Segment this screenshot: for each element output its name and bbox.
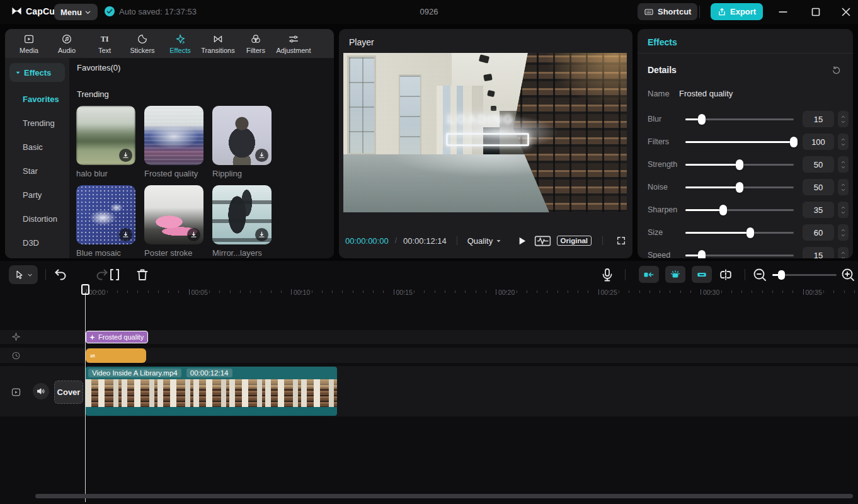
undo-button[interactable] (53, 267, 68, 282)
effects-sidebar: Effects FavoritesTrendingBasicStarPartyD… (5, 58, 69, 258)
auto-link-toggle[interactable] (692, 266, 712, 283)
tab-adjustment[interactable]: Adjustment (275, 29, 312, 58)
redo-button[interactable] (79, 267, 94, 282)
effect-thumbnail[interactable] (76, 185, 135, 244)
tab-stickers[interactable]: Stickers (123, 29, 161, 58)
tab-effects[interactable]: Effects (161, 29, 199, 58)
sidebar-root-effects[interactable]: Effects (9, 63, 65, 82)
effect-name: Blue mosaic (76, 248, 135, 258)
slider-handle[interactable] (736, 182, 743, 193)
select-tool-button[interactable] (9, 265, 38, 284)
main-track-magnet-toggle[interactable] (665, 266, 685, 283)
filters-stepper[interactable] (838, 134, 849, 150)
speed-value-input[interactable]: 15 (803, 247, 834, 258)
play-button[interactable] (517, 236, 527, 246)
tab-filters[interactable]: Filters (237, 29, 275, 58)
slider-handle[interactable] (736, 159, 743, 170)
slider-handle[interactable] (746, 227, 754, 238)
render-quality-icon[interactable] (534, 235, 551, 247)
quality-dropdown[interactable]: Quality (467, 236, 501, 246)
zoom-in-button[interactable] (840, 267, 855, 282)
blur-slider[interactable] (685, 118, 794, 120)
sidebar-item-distortion[interactable]: Distortion (5, 207, 69, 231)
slider-handle[interactable] (698, 114, 706, 125)
strength-value-input[interactable]: 50 (803, 156, 834, 173)
toolbar-divider (625, 269, 626, 280)
slider-handle[interactable] (698, 250, 706, 259)
zoom-out-button[interactable] (752, 267, 767, 282)
sidebar-item-d3d[interactable]: D3D (5, 231, 69, 255)
sidebar-item-star[interactable]: Star (5, 159, 69, 183)
fullscreen-icon[interactable] (616, 236, 626, 246)
tab-text[interactable]: TIText (86, 29, 123, 58)
autosave-text: Auto saved: 17:37:53 (119, 7, 197, 16)
shortcut-button[interactable]: Shortcut (638, 3, 697, 20)
size-value-input[interactable]: 60 (803, 224, 834, 241)
stepper-down-icon (840, 120, 846, 124)
chevron-down-icon (496, 238, 501, 244)
slider-handle[interactable] (790, 137, 798, 147)
speed-slider[interactable] (685, 255, 794, 256)
tab-media[interactable]: Media (10, 29, 48, 58)
noise-value-input[interactable]: 50 (803, 179, 834, 195)
strength-stepper[interactable] (838, 156, 849, 173)
ruler-minor-tick (517, 290, 517, 293)
maximize-button[interactable] (809, 5, 823, 19)
export-button[interactable]: Export (711, 3, 763, 20)
split-button[interactable] (107, 267, 122, 282)
sidebar-item-basic[interactable]: Basic (5, 135, 69, 159)
timeline-ruler[interactable]: 00:0000:0500:1000:1500:2000:2500:3000:35 (0, 287, 858, 299)
blur-value-input[interactable]: 15 (803, 111, 834, 127)
reset-icon[interactable] (831, 65, 842, 76)
effect-clip-frosted-quality[interactable]: Frosted quality (86, 331, 148, 343)
sharpen-slider[interactable] (685, 209, 794, 211)
mute-track-button[interactable] (33, 383, 49, 399)
effect-thumbnail[interactable] (212, 106, 272, 165)
effect-thumbnail[interactable] (144, 185, 203, 244)
record-voiceover-button[interactable] (600, 267, 615, 282)
adjustment-clip[interactable] (86, 348, 146, 363)
ruler-minor-tick (609, 290, 609, 293)
zoom-slider-handle[interactable] (778, 270, 785, 280)
speed-stepper[interactable] (838, 247, 849, 258)
download-icon (255, 228, 268, 241)
size-stepper[interactable] (838, 224, 849, 241)
download-icon (187, 228, 200, 241)
playhead[interactable] (81, 284, 89, 498)
sharpen-stepper[interactable] (838, 202, 849, 218)
menu-button[interactable]: Menu (54, 4, 98, 20)
strength-slider[interactable] (685, 164, 794, 166)
sidebar-item-party[interactable]: Party (5, 183, 69, 207)
minimize-button[interactable] (776, 5, 790, 19)
video-preview[interactable]: LOADING (343, 53, 627, 212)
video-clip[interactable]: Video Inside A Library.mp4 00:00:12:14 (86, 367, 337, 416)
slider-row-noise: Noise50 (648, 179, 848, 195)
size-slider[interactable] (685, 232, 794, 234)
cover-button[interactable]: Cover (54, 381, 83, 404)
ruler-minor-tick (476, 290, 476, 293)
timeline-zoom-slider[interactable] (772, 274, 837, 276)
noise-slider[interactable] (685, 186, 794, 188)
delete-button[interactable] (135, 267, 150, 282)
blur-stepper[interactable] (838, 111, 849, 127)
effect-thumbnail[interactable] (212, 185, 272, 244)
tab-label: Audio (58, 47, 76, 54)
tab-transitions[interactable]: Transitions (199, 29, 237, 58)
original-ratio-button[interactable]: Original (557, 236, 592, 246)
effect-thumbnail[interactable] (76, 106, 135, 165)
noise-stepper[interactable] (838, 179, 849, 195)
sharpen-value-input[interactable]: 35 (803, 202, 834, 218)
slider-handle[interactable] (719, 205, 727, 215)
filters-slider[interactable] (685, 141, 794, 143)
sidebar-item-trending[interactable]: Trending (5, 111, 69, 135)
filters-value-input[interactable]: 100 (803, 134, 834, 150)
effect-thumbnail[interactable] (144, 106, 203, 165)
snap-toggle[interactable] (639, 266, 659, 283)
tab-audio[interactable]: Audio (48, 29, 86, 58)
slider-fill (685, 164, 740, 166)
timeline-horizontal-scrollbar[interactable] (35, 494, 853, 498)
tab-label: Transitions (201, 47, 234, 54)
sidebar-item-favorites[interactable]: Favorites (5, 87, 69, 111)
preview-axis-button[interactable] (718, 267, 733, 282)
close-button[interactable] (839, 5, 853, 19)
